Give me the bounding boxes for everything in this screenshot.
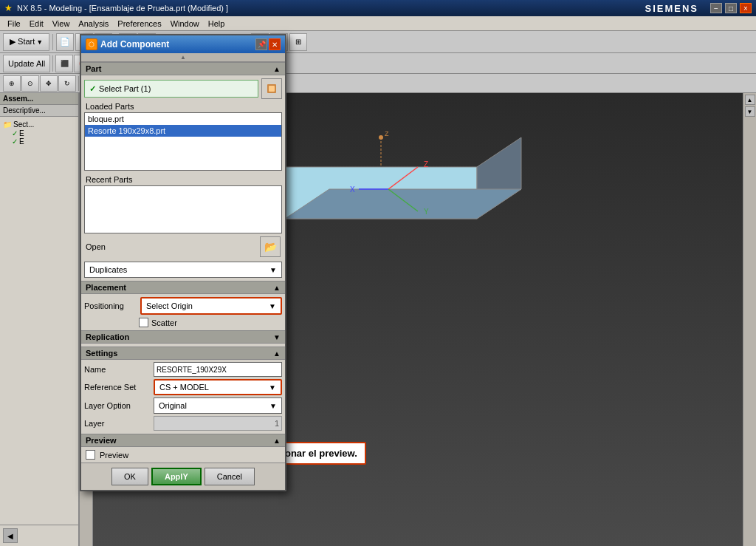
name-value[interactable]: RESORTE_190X29X [154,362,282,377]
scatter-row: Scatter [139,318,282,327]
settings-arrow: ▲ [273,349,281,358]
menu-preferences[interactable]: Preferences [113,18,165,30]
update-all-btn[interactable]: Update All [3,55,50,72]
menu-view[interactable]: View [48,18,75,30]
preview-arrow: ▲ [273,437,281,445]
reference-set-row: Reference Set CS + MODEL ▼ [84,379,282,395]
dialog-title-text: Add Component [100,39,169,50]
tb-zoom[interactable]: ⊙ [21,75,39,92]
svg-text:Z: Z [424,160,428,168]
menu-analysis[interactable]: Analysis [74,18,113,30]
part-section-arrow: ▲ [273,65,281,73]
tb-pan[interactable]: ✥ [40,75,58,92]
recent-parts-label: Recent Parts [81,174,285,185]
assembly-tree: 📁Sect... ✓E ✓E [0,117,78,525]
descriptive-header: Descriptive... [0,105,78,117]
dialog-pin[interactable]: 📌 [255,38,267,50]
replication-section-header: Replication ▼ [81,330,285,344]
open-folder-btn[interactable]: 📂 [260,236,281,257]
apply-btn[interactable]: ApplY [151,468,202,485]
positioning-label: Positioning [84,301,137,310]
left-panel: Assem... Descriptive... 📁Sect... ✓E ✓E ◀ [0,93,80,546]
scatter-checkbox[interactable] [139,318,148,327]
cancel-btn[interactable]: Cancel [205,468,255,485]
right-btn-1[interactable]: ▲ [745,95,755,105]
tb-new[interactable]: 📄 [56,33,74,51]
select-part-checkmark: ✓ [89,84,96,94]
layer-option-row: Layer Option Original ▼ [84,397,282,414]
layer-label: Layer [84,419,151,428]
placement-section-header: Placement ▲ [81,281,285,294]
menu-edit[interactable]: Edit [25,18,48,30]
tb-extrude[interactable]: ⬛ [55,55,73,72]
svg-point-11 [379,135,383,140]
parts-list-item-2[interactable]: Resorte 190x29x8.prt [85,125,281,137]
dialog-buttons: OK ApplY Cancel [81,463,285,490]
layer-input[interactable]: 1 [154,416,282,431]
panel-icons: ◀ [0,525,78,546]
close-btn[interactable]: × [740,3,752,13]
select-part-label: Select Part (1) [99,84,151,93]
layer-option-dropdown[interactable]: Original ▼ [154,397,282,414]
reference-set-label: Reference Set [84,383,151,392]
right-strip: ▲ ▼ [743,93,756,546]
tb-snap[interactable]: ⊞ [289,33,307,51]
dialog-close[interactable]: ✕ [269,38,281,50]
layer-row: Layer 1 [84,416,282,431]
app-window: ★ NX 8.5 - Modeling - [Ensamblaje de Pru… [0,0,756,546]
app-title: NX 8.5 - Modeling - [Ensamblaje de Prueb… [17,4,228,13]
tb-orient[interactable]: ⊕ [3,75,21,92]
title-bar: ★ NX 8.5 - Modeling - [Ensamblaje de Pru… [0,0,756,16]
part-icon-btn[interactable] [261,78,282,99]
open-label: Open [86,242,106,251]
right-btn-2[interactable]: ▼ [745,106,755,117]
ok-btn[interactable]: OK [111,468,148,485]
menu-bar: File Edit View Analysis Preferences Wind… [0,16,756,31]
svg-text:X: X [350,185,355,194]
duplicates-dropdown[interactable]: Duplicates ▼ [84,262,282,278]
settings-section-header: Settings ▲ [81,347,285,360]
open-row: Open 📂 [81,233,285,260]
dialog-icon: ⬡ [86,38,97,50]
assembly-header: Assem... [0,93,78,105]
select-part-row: ✓ Select Part (1) [84,78,282,99]
menu-file[interactable]: File [3,18,25,30]
preview-check-row: Preview [86,450,281,460]
duplicates-row: Duplicates ▼ [84,262,282,278]
positioning-row: Positioning Select Origin ▼ [84,297,282,315]
parts-list-item-1[interactable]: bloque.prt [85,113,281,125]
siemens-brand: SIEMENS [645,3,698,14]
preview-label: Preview [100,451,128,460]
app-icon: ★ [4,3,13,13]
panel-icon-1[interactable]: ◀ [3,528,18,543]
add-component-dialog: ⬡ Add Component 📌 ✕ ▲ Part ▲ ✓ Select Pa… [80,34,286,491]
reference-set-dropdown[interactable]: CS + MODEL ▼ [154,379,282,395]
svg-text:Y: Y [424,208,429,216]
name-row: Name RESORTE_190X29X [84,362,282,377]
minimize-btn[interactable]: − [710,3,722,13]
layer-opt-arrow: ▼ [269,402,277,410]
dialog-titlebar: ⬡ Add Component 📌 ✕ [81,35,285,53]
positioning-dropdown[interactable]: Select Origin ▼ [140,297,282,315]
part-section-header: Part ▲ [81,62,285,75]
tb-rotate[interactable]: ↻ [58,75,76,92]
menu-help[interactable]: Help [204,18,230,30]
placement-arrow: ▲ [273,284,281,292]
name-label: Name [84,365,151,374]
svg-rect-28 [269,86,275,92]
ref-dropdown-arrow: ▼ [269,383,276,392]
menu-window[interactable]: Window [166,18,204,30]
parts-list[interactable]: bloque.prt Resorte 190x29x8.prt [84,112,282,171]
select-part-btn[interactable]: ✓ Select Part (1) [84,80,258,98]
maximize-btn[interactable]: □ [725,3,737,13]
preview-section-header: Preview ▲ [81,434,285,447]
scatter-label: Scatter [151,318,177,327]
replication-arrow: ▼ [273,333,281,341]
start-btn[interactable]: ▶ Start ▼ [3,33,49,51]
preview-checkbox[interactable] [86,450,95,460]
layer-option-label: Layer Option [84,401,151,410]
recent-parts-box[interactable] [84,185,282,233]
pos-dropdown-arrow: ▼ [269,302,276,310]
dup-arrow: ▼ [269,266,277,274]
loaded-parts-label: Loaded Parts [81,102,285,111]
